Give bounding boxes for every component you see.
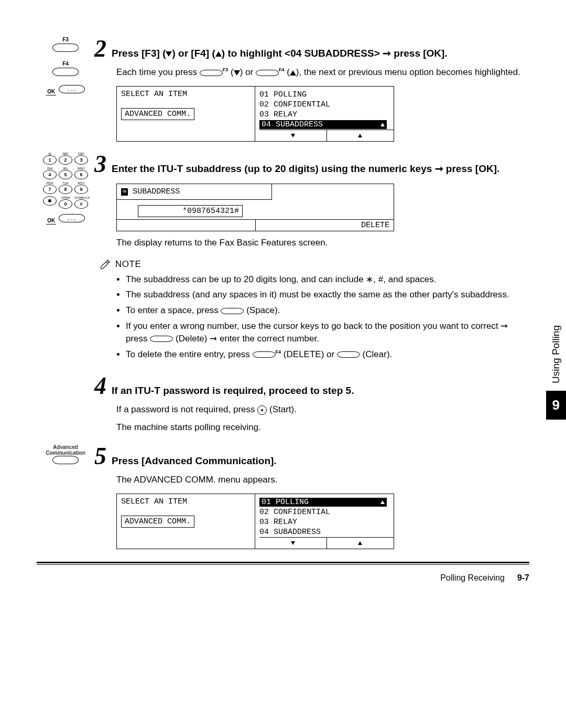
- pencil-icon: [100, 259, 111, 270]
- step-title: Press [F3] () or [F4] () to highlight <0…: [112, 47, 448, 60]
- chapter-number: 9: [546, 391, 566, 420]
- oval-button-icon: [253, 351, 276, 358]
- down-triangle-icon: [234, 70, 240, 76]
- note-item: If you enter a wrong number, use the cur…: [126, 320, 529, 345]
- menu-row-highlight: 01 POLLING: [259, 498, 387, 507]
- down-triangle-icon: [291, 541, 295, 545]
- key: 3: [74, 155, 88, 165]
- ok-button: OK: [37, 214, 94, 226]
- note-item: The subaddress (and any spaces in it) mu…: [126, 288, 529, 301]
- oval-button-icon: [52, 44, 79, 52]
- subaddress-input: *0987654321#: [138, 205, 243, 217]
- numeric-keypad: @1 ABC2 DEF3 GHI4 JKL5 MNO6 PRS7 TUV8 WX…: [37, 152, 94, 209]
- note-header: NOTE: [100, 259, 529, 270]
- key: 5: [59, 170, 72, 179]
- key: 2: [59, 155, 72, 165]
- delete-label: DELETE: [255, 220, 394, 231]
- menu-row: 04 SUBADDRESS: [259, 527, 394, 537]
- key: 7: [43, 185, 57, 194]
- up-triangle-icon: [358, 541, 362, 545]
- step-desc: The machine starts polling receiving.: [116, 421, 529, 434]
- note-item: The subaddress can be up to 20 digits lo…: [126, 273, 529, 286]
- lcd-screen: SELECT AN ITEM ADVANCED COMM. 01 POLLING…: [116, 494, 394, 549]
- step-2: F3 F4 OK 2 Press [F3] () or [F4] () to h…: [37, 37, 529, 142]
- step-number: 4: [94, 374, 106, 398]
- keyboard-icon: ⌨: [121, 188, 128, 196]
- key: 8: [59, 185, 72, 194]
- up-triangle-icon: [380, 123, 385, 126]
- start-button-icon: [257, 405, 267, 415]
- key: 9: [74, 185, 88, 194]
- ok-button: OK: [37, 85, 94, 97]
- step-desc: The ADVANCED COMM. menu appears.: [116, 474, 529, 486]
- note-item: To delete the entire entry, press F4 (DE…: [126, 348, 529, 361]
- oval-button-icon: [52, 456, 79, 464]
- step-after-lcd: The display returns to the Fax Basic Fea…: [116, 237, 529, 249]
- oval-button-icon: [256, 70, 279, 76]
- step-3: @1 ABC2 DEF3 GHI4 JKL5 MNO6 PRS7 TUV8 WX…: [37, 152, 529, 364]
- step-4: 4 If an ITU-T password is required, proc…: [37, 374, 529, 434]
- side-tab: Using Polling 9: [546, 320, 566, 420]
- oval-button-icon: [337, 351, 360, 358]
- menu-row: 03 RELAY: [259, 110, 394, 120]
- key: ✱: [43, 196, 57, 206]
- oval-button-icon: [52, 68, 79, 76]
- lcd-left-title: SELECT AN ITEM: [121, 497, 251, 506]
- f3-button: F3: [37, 37, 94, 55]
- key: 1: [43, 155, 57, 165]
- menu-row: 03 RELAY: [259, 517, 394, 527]
- key: 6: [74, 170, 88, 179]
- lcd-left-box: ADVANCED COMM.: [121, 516, 194, 528]
- key: 4: [43, 170, 57, 179]
- up-triangle-icon: [290, 70, 296, 76]
- lcd-screen: ⌨ SUBADDRESS *0987654321# DELETE: [116, 184, 394, 231]
- oval-button-icon: [200, 70, 223, 76]
- key: 0: [59, 199, 72, 209]
- side-tab-label: Using Polling: [550, 320, 562, 389]
- step-number: 5: [94, 444, 106, 468]
- step-title: Press [Advanced Communication].: [112, 454, 277, 468]
- up-triangle-icon: [380, 500, 385, 504]
- page-footer: Polling Receiving 9-7: [37, 573, 529, 583]
- note-item: To enter a space, press (Space).: [126, 304, 529, 317]
- lcd-left-title: SELECT AN ITEM: [121, 90, 251, 99]
- divider: [37, 562, 529, 563]
- f4-button: F4: [37, 61, 94, 79]
- up-triangle-icon: [215, 51, 222, 57]
- menu-row: 04 SUBADDRESS: [259, 120, 394, 130]
- step-desc: Each time you press F3 () or F4 (), the …: [116, 66, 529, 79]
- key: #: [74, 199, 88, 209]
- footer-section: Polling Receiving: [440, 573, 505, 583]
- lcd-left-box: ADVANCED COMM.: [121, 108, 194, 120]
- lcd-screen: SELECT AN ITEM ADVANCED COMM. 01 POLLING…: [116, 86, 394, 142]
- menu-row: 02 CONFIDENTIAL: [259, 100, 394, 110]
- oval-button-icon: [59, 85, 85, 93]
- adv-comm-button: Advanced Communication: [37, 444, 94, 467]
- oval-button-icon: [59, 214, 85, 222]
- menu-row: 01 POLLING: [259, 90, 394, 100]
- menu-row: 02 CONFIDENTIAL: [259, 507, 394, 517]
- step-5: Advanced Communication 5 Press [Advanced…: [37, 444, 529, 549]
- page-number: 9-7: [517, 573, 529, 583]
- menu-row-highlight: 04 SUBADDRESS: [259, 120, 387, 129]
- step-title: Enter the ITU-T subaddress (up to 20 dig…: [112, 162, 499, 176]
- lcd-footer: [259, 130, 394, 141]
- up-triangle-icon: [358, 134, 362, 137]
- step-desc: If a password is not required, press (St…: [116, 403, 529, 416]
- oval-button-icon: [221, 308, 244, 314]
- step-title: If an ITU-T password is required, procee…: [112, 384, 354, 398]
- down-triangle-icon: [291, 134, 295, 137]
- down-triangle-icon: [166, 51, 172, 57]
- step-number: 2: [94, 37, 106, 61]
- lcd-footer: [259, 537, 394, 549]
- oval-button-icon: [150, 336, 173, 342]
- lcd-header: SUBADDRESS: [133, 187, 180, 196]
- divider: [37, 564, 529, 565]
- menu-row: 01 POLLING: [259, 497, 394, 507]
- note-list: The subaddress can be up to 20 digits lo…: [126, 273, 529, 361]
- step-number: 3: [94, 152, 106, 176]
